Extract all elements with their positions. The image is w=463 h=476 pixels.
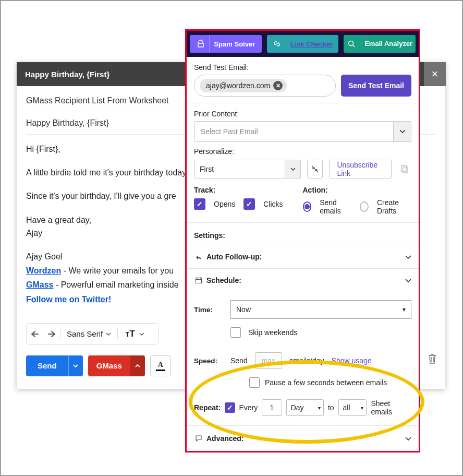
send-button[interactable]: Send bbox=[26, 355, 68, 376]
show-usage-link[interactable]: Show usage bbox=[332, 356, 372, 365]
tab-link-checker[interactable]: Link Checker bbox=[267, 35, 339, 53]
trash-icon[interactable] bbox=[427, 353, 437, 366]
lock-icon bbox=[192, 35, 210, 53]
repeat-unit-select[interactable]: Day bbox=[286, 399, 324, 416]
repeat-checkbox[interactable]: ✓ bbox=[225, 402, 235, 413]
action-title: Action: bbox=[303, 186, 412, 194]
time-select[interactable]: Now bbox=[230, 300, 411, 319]
schedule-accordion[interactable]: Schedule: bbox=[187, 269, 419, 292]
create-drafts-radio[interactable] bbox=[360, 201, 369, 212]
tab-spam-solver[interactable]: Spam Solver bbox=[190, 35, 262, 53]
schedule-body: Time: Now Skip weekends Speed: Send max … bbox=[187, 292, 419, 426]
remove-chip-icon[interactable]: ✕ bbox=[273, 81, 283, 90]
repeat-scope-select[interactable]: all bbox=[338, 399, 367, 416]
repeat-count-input[interactable]: 1 bbox=[262, 399, 282, 416]
email-chip[interactable]: ajay@wordzen.com ✕ bbox=[200, 79, 287, 92]
redo-icon[interactable] bbox=[45, 330, 56, 338]
personalize-select[interactable]: First bbox=[194, 160, 285, 178]
chevron-down-icon bbox=[405, 276, 411, 284]
track-title: Track: bbox=[194, 186, 303, 194]
compose-title: Happy Birthday, {First} bbox=[25, 70, 109, 79]
personalize-label: Personalize: bbox=[194, 147, 411, 156]
gmass-dropdown[interactable] bbox=[130, 355, 145, 376]
advanced-accordion[interactable]: Advanced: bbox=[187, 426, 419, 451]
test-email-input[interactable]: ajay@wordzen.com ✕ bbox=[194, 75, 336, 97]
panel-tabs: Spam Solver Link Checker Email Analyzer bbox=[187, 31, 419, 57]
magnifier-icon bbox=[343, 35, 360, 53]
repeat-label: Repeat: bbox=[194, 403, 221, 412]
gmass-button[interactable]: GMass bbox=[88, 355, 130, 376]
prior-content-select[interactable]: Select Past Email bbox=[194, 121, 411, 142]
reply-icon bbox=[195, 253, 202, 260]
copy-icon[interactable] bbox=[398, 164, 411, 175]
opens-checkbox[interactable]: ✓ bbox=[194, 198, 205, 210]
chevron-down-icon[interactable] bbox=[394, 121, 411, 142]
calendar-icon bbox=[195, 277, 202, 284]
twitter-link[interactable]: Follow me on Twitter! bbox=[26, 295, 111, 304]
speed-input[interactable]: max bbox=[255, 352, 282, 369]
auto-followup-accordion[interactable]: Auto Follow-up: bbox=[187, 245, 419, 269]
svg-point-0 bbox=[348, 41, 353, 46]
send-test-button[interactable]: Send Test Email bbox=[341, 75, 411, 97]
chevron-down-icon[interactable] bbox=[285, 160, 301, 178]
unlink-icon[interactable] bbox=[307, 160, 323, 178]
text-size-button[interactable]: тT bbox=[122, 329, 135, 339]
link-icon bbox=[269, 35, 286, 53]
svg-rect-2 bbox=[403, 167, 408, 173]
font-select[interactable]: Sans Serif bbox=[65, 329, 113, 338]
svg-rect-3 bbox=[196, 278, 202, 283]
wordzen-link[interactable]: Wordzen bbox=[26, 266, 61, 275]
tab-email-analyzer[interactable]: Email Analyzer bbox=[344, 35, 416, 53]
pause-checkbox[interactable] bbox=[249, 377, 260, 388]
clicks-checkbox[interactable]: ✓ bbox=[243, 198, 255, 210]
settings-heading: Settings: bbox=[187, 223, 419, 245]
send-test-label: Send Test Email: bbox=[194, 63, 411, 72]
unsubscribe-link-button[interactable]: Unsubscribe Link bbox=[329, 160, 392, 178]
send-dropdown[interactable] bbox=[68, 355, 83, 376]
send-emails-radio[interactable] bbox=[303, 201, 312, 212]
prior-content-label: Prior Content: bbox=[194, 110, 411, 118]
time-label: Time: bbox=[194, 306, 223, 314]
comment-icon bbox=[195, 435, 202, 442]
skip-weekends-checkbox[interactable] bbox=[230, 327, 241, 338]
gmass-settings-panel: Spam Solver Link Checker Email Analyzer … bbox=[185, 29, 420, 453]
gmass-link[interactable]: GMass bbox=[26, 280, 53, 289]
chevron-down-icon bbox=[405, 253, 411, 261]
format-toolbar: Sans Serif тT bbox=[26, 323, 159, 345]
undo-icon[interactable] bbox=[31, 330, 41, 338]
close-icon[interactable]: × bbox=[424, 62, 446, 86]
svg-rect-1 bbox=[401, 165, 406, 171]
speed-label: Speed: bbox=[194, 357, 223, 365]
chevron-down-icon[interactable] bbox=[139, 332, 144, 336]
text-color-button[interactable]: A bbox=[150, 355, 171, 376]
chevron-down-icon bbox=[405, 434, 411, 443]
